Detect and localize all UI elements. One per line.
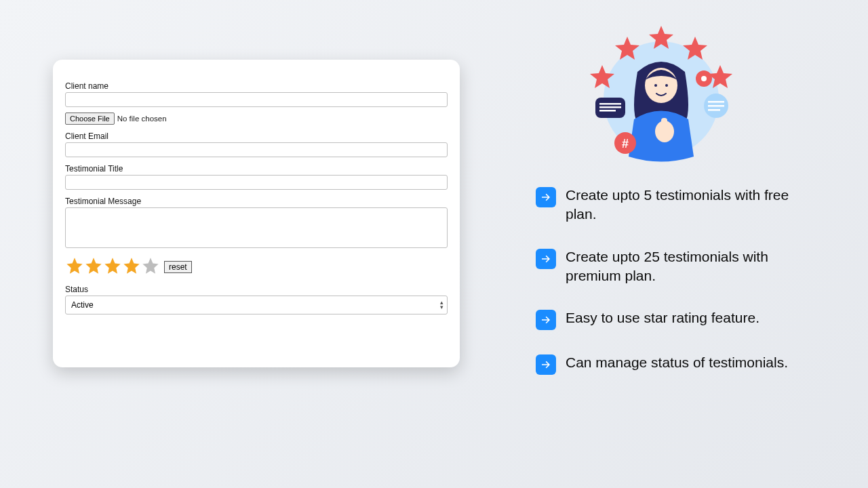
feature-item-4: Can manage status of testimonials. <box>536 353 821 375</box>
feature-text-1: Create upto 5 testimonials with free pla… <box>566 186 821 224</box>
testimonial-message-row: Testimonial Message <box>65 197 448 251</box>
testimonial-title-input[interactable] <box>65 175 448 190</box>
choose-file-button[interactable]: Choose File <box>65 113 115 125</box>
svg-rect-5 <box>661 118 667 130</box>
star-3-icon[interactable] <box>103 256 122 278</box>
feature-item-3: Easy to use star rating feature. <box>536 308 821 330</box>
testimonial-title-label: Testimonial Title <box>65 164 448 174</box>
testimonial-message-input[interactable] <box>65 207 448 248</box>
feature-text-3: Easy to use star rating feature. <box>566 308 760 327</box>
svg-text:#: # <box>622 137 629 150</box>
star-1-icon[interactable] <box>65 256 84 278</box>
star-5-icon[interactable] <box>141 256 160 278</box>
client-email-row: Client Email <box>65 131 448 157</box>
star-2-icon[interactable] <box>84 256 103 278</box>
svg-rect-7 <box>599 103 621 105</box>
client-name-input[interactable] <box>65 92 448 107</box>
arrow-right-icon <box>536 249 556 269</box>
testimonial-message-label: Testimonial Message <box>65 197 448 206</box>
feature-text-4: Can manage status of testimonials. <box>566 353 788 372</box>
svg-rect-11 <box>708 101 724 103</box>
testimonial-form-card: Client name Choose File No file chosen C… <box>53 60 460 367</box>
star-rating-row: reset <box>65 256 448 278</box>
status-select[interactable]: Active <box>65 296 448 314</box>
arrow-right-icon <box>536 354 556 375</box>
svg-point-3 <box>665 84 668 87</box>
svg-point-15 <box>701 76 707 81</box>
client-name-row: Client name <box>65 81 448 107</box>
svg-rect-13 <box>708 109 720 111</box>
feature-text-2: Create upto 25 testimonials with premium… <box>566 247 821 286</box>
file-status-text: No file chosen <box>117 115 167 123</box>
status-select-wrapper: Active ▴▾ <box>65 296 448 314</box>
arrow-right-icon <box>536 310 556 330</box>
features-list: Create upto 5 testimonials with free pla… <box>536 186 821 398</box>
testimonial-title-row: Testimonial Title <box>65 164 448 190</box>
file-upload-row: Choose File No file chosen <box>65 113 448 125</box>
arrow-right-icon <box>536 187 556 207</box>
feature-item-1: Create upto 5 testimonials with free pla… <box>536 186 821 224</box>
feature-item-2: Create upto 25 testimonials with premium… <box>536 247 821 286</box>
client-email-label: Client Email <box>65 131 448 141</box>
svg-rect-9 <box>599 110 616 112</box>
testimonial-illustration: # <box>583 18 739 174</box>
svg-point-2 <box>654 84 657 87</box>
status-label: Status <box>65 285 448 294</box>
client-email-input[interactable] <box>65 142 448 157</box>
reset-button[interactable]: reset <box>164 261 192 273</box>
svg-rect-8 <box>599 106 621 108</box>
star-4-icon[interactable] <box>122 256 141 278</box>
client-name-label: Client name <box>65 81 448 91</box>
svg-rect-12 <box>708 105 724 107</box>
status-row: Status Active ▴▾ <box>65 285 448 314</box>
